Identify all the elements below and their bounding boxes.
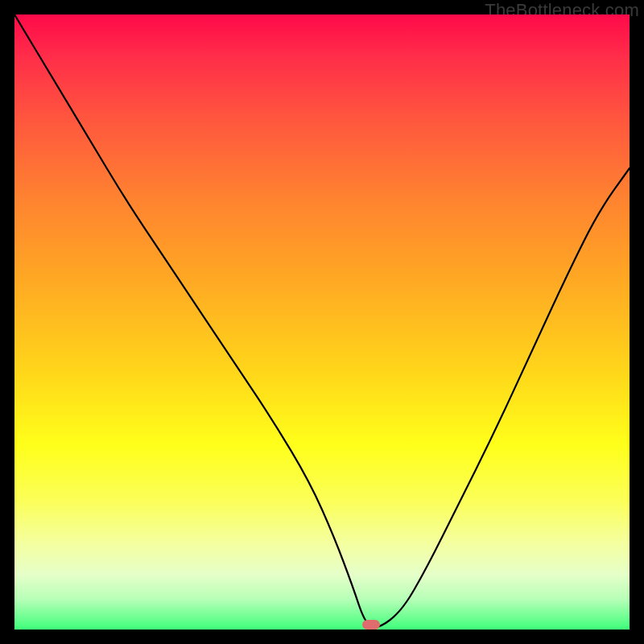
curve-path [14, 14, 630, 627]
bottleneck-curve [14, 14, 630, 630]
chart-frame: TheBottleneck.com [0, 0, 644, 644]
plot-area [14, 14, 630, 630]
minimum-marker [362, 620, 380, 630]
